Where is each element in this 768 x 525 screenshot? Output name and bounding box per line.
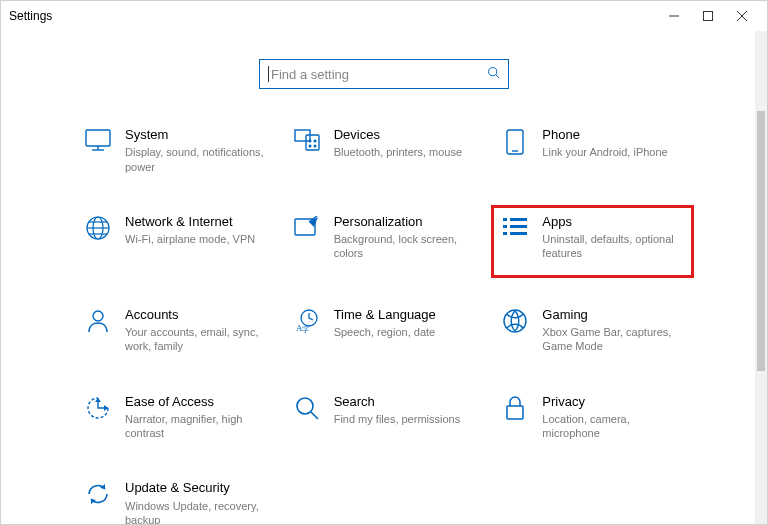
tile-desc: Wi-Fi, airplane mode, VPN <box>125 232 266 246</box>
tile-title: Apps <box>542 214 683 230</box>
text-caret <box>268 66 269 82</box>
tile-title: Accounts <box>125 307 266 323</box>
svg-point-33 <box>504 310 526 332</box>
search-category-icon <box>292 394 322 420</box>
tile-desc: Link your Android, iPhone <box>542 145 683 159</box>
close-button[interactable] <box>725 1 759 31</box>
search-wrap: Find a setting <box>1 59 767 89</box>
titlebar: Settings <box>1 1 767 31</box>
search-input[interactable]: Find a setting <box>259 59 509 89</box>
svg-line-37 <box>311 412 318 419</box>
tile-desc: Your accounts, email, sync, work, family <box>125 325 266 354</box>
update-security-icon <box>83 480 113 506</box>
svg-point-13 <box>309 140 311 142</box>
globe-icon <box>83 214 113 240</box>
tile-title: Gaming <box>542 307 683 323</box>
tile-title: Personalization <box>334 214 475 230</box>
svg-marker-35 <box>95 398 101 402</box>
search-icon <box>487 66 500 82</box>
search-placeholder: Find a setting <box>271 67 487 82</box>
tile-desc: Display, sound, notifications, power <box>125 145 266 174</box>
svg-rect-23 <box>503 218 507 221</box>
tile-desc: Uninstall, defaults, optional features <box>542 232 683 261</box>
tile-search[interactable]: Search Find my files, permissions <box>288 390 481 447</box>
svg-point-14 <box>314 140 316 142</box>
svg-rect-38 <box>507 406 523 419</box>
tile-title: Ease of Access <box>125 394 266 410</box>
svg-rect-10 <box>306 135 319 150</box>
tile-desc: Location, camera, microphone <box>542 412 683 441</box>
gaming-icon <box>500 307 530 333</box>
devices-icon <box>292 127 322 151</box>
tile-title: Network & Internet <box>125 214 266 230</box>
tile-ease-of-access[interactable]: Ease of Access Narrator, magnifier, high… <box>79 390 272 447</box>
settings-grid: System Display, sound, notifications, po… <box>79 123 689 525</box>
minimize-button[interactable] <box>657 1 691 31</box>
tile-title: System <box>125 127 266 143</box>
svg-point-29 <box>93 311 103 321</box>
svg-rect-28 <box>510 232 527 235</box>
phone-icon <box>500 127 530 155</box>
tile-update-security[interactable]: Update & Security Windows Update, recove… <box>79 476 272 525</box>
apps-icon <box>500 214 530 238</box>
tile-phone[interactable]: Phone Link your Android, iPhone <box>496 123 689 180</box>
tile-desc: Speech, region, date <box>334 325 475 339</box>
window-title: Settings <box>9 9 52 23</box>
svg-rect-25 <box>503 225 507 228</box>
svg-point-11 <box>309 145 311 147</box>
scrollbar[interactable] <box>755 31 767 524</box>
svg-line-5 <box>496 75 499 78</box>
svg-rect-27 <box>503 232 507 235</box>
tile-privacy[interactable]: Privacy Location, camera, microphone <box>496 390 689 447</box>
tile-devices[interactable]: Devices Bluetooth, printers, mouse <box>288 123 481 180</box>
maximize-button[interactable] <box>691 1 725 31</box>
accounts-icon <box>83 307 113 333</box>
svg-rect-6 <box>86 130 110 146</box>
scrollbar-thumb[interactable] <box>757 111 765 371</box>
tile-desc: Bluetooth, printers, mouse <box>334 145 475 159</box>
ease-of-access-icon <box>83 394 113 420</box>
svg-point-12 <box>314 145 316 147</box>
svg-rect-1 <box>704 12 713 21</box>
svg-point-4 <box>489 68 497 76</box>
svg-rect-24 <box>510 218 527 221</box>
system-icon <box>83 127 113 151</box>
tile-title: Devices <box>334 127 475 143</box>
svg-text:字: 字 <box>302 326 309 333</box>
svg-rect-26 <box>510 225 527 228</box>
tile-network[interactable]: Network & Internet Wi-Fi, airplane mode,… <box>79 210 272 273</box>
tile-title: Update & Security <box>125 480 266 496</box>
tile-gaming[interactable]: Gaming Xbox Game Bar, captures, Game Mod… <box>496 303 689 360</box>
tile-title: Search <box>334 394 475 410</box>
tile-title: Phone <box>542 127 683 143</box>
privacy-icon <box>500 394 530 420</box>
tile-title: Time & Language <box>334 307 475 323</box>
tile-desc: Background, lock screen, colors <box>334 232 475 261</box>
personalization-icon <box>292 214 322 238</box>
tile-desc: Windows Update, recovery, backup <box>125 499 266 525</box>
tile-desc: Xbox Game Bar, captures, Game Mode <box>542 325 683 354</box>
tile-title: Privacy <box>542 394 683 410</box>
tile-personalization[interactable]: Personalization Background, lock screen,… <box>288 210 481 273</box>
tile-desc: Narrator, magnifier, high contrast <box>125 412 266 441</box>
tile-time-language[interactable]: A字 Time & Language Speech, region, date <box>288 303 481 360</box>
tile-accounts[interactable]: Accounts Your accounts, email, sync, wor… <box>79 303 272 360</box>
tile-system[interactable]: System Display, sound, notifications, po… <box>79 123 272 180</box>
tile-apps[interactable]: Apps Uninstall, defaults, optional featu… <box>496 210 689 273</box>
time-language-icon: A字 <box>292 307 322 333</box>
svg-point-36 <box>297 398 313 414</box>
tile-desc: Find my files, permissions <box>334 412 475 426</box>
